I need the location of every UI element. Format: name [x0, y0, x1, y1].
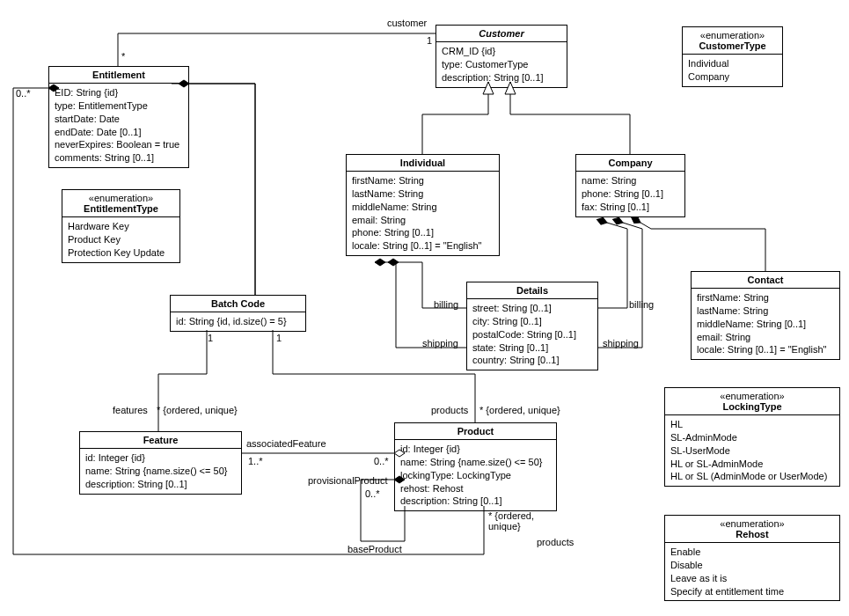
uml-diagram-canvas: Entitlement EID: String {id} type: Entit… [0, 0, 849, 616]
attr: locale: String [0..1] = "English" [697, 343, 834, 356]
class-attributes: firstName: String lastName: String middl… [692, 289, 839, 359]
class-attributes: id: Integer {id} name: String {name.size… [395, 440, 556, 510]
label-billing-2: billing [629, 299, 654, 310]
literal: Product Key [68, 233, 174, 246]
literal: Disable [670, 559, 834, 572]
enum-customer-type: «enumeration»CustomerType Individual Com… [682, 26, 783, 87]
enum-literals: Enable Disable Leave as it is Specify at… [665, 543, 839, 600]
stereotype: «enumeration» [688, 30, 777, 40]
attr: lastName: String [352, 187, 494, 201]
attr: endDate: Date [0..1] [55, 126, 183, 139]
class-attributes: id: Integer {id} name: String {name.size… [80, 449, 241, 494]
class-feature: Feature id: Integer {id} name: String {n… [79, 431, 242, 495]
attr: name: String {name.size() <= 50} [400, 456, 551, 469]
class-title: Contact [748, 275, 784, 285]
stereotype: «enumeration» [670, 518, 834, 529]
label-ent-products-mult: 0..* [16, 88, 31, 99]
literal: HL [670, 418, 834, 431]
attr: postalCode: String [0..1] [472, 328, 592, 341]
attr: street: String [0..1] [472, 302, 592, 315]
attr: country: String [0..1] [472, 354, 592, 367]
class-attributes: street: String [0..1] city: String [0..1… [467, 299, 597, 370]
attr: id: Integer {id} [85, 451, 236, 465]
attr: phone: String [0..1] [352, 226, 494, 239]
class-details: Details street: String [0..1] city: Stri… [466, 282, 598, 370]
label-assoc-feature-star: 0..* [374, 456, 389, 466]
class-attributes: EID: String {id} type: EntitlementType s… [49, 84, 188, 167]
enum-literals: Hardware Key Product Key Protection Key … [62, 217, 179, 262]
label-assoc-feature: associatedFeature [246, 438, 326, 449]
class-title: CustomerType [699, 40, 765, 51]
attr: email: String [697, 331, 834, 344]
attr: state: String [0..1] [472, 341, 592, 355]
class-attributes: CRM_ID {id} type: CustomerType descripti… [436, 42, 567, 87]
attr: name: String [582, 174, 679, 187]
class-title: Individual [400, 158, 445, 168]
label-base-product: baseProduct [348, 544, 402, 554]
attr: CRM_ID {id} [442, 45, 561, 58]
label-products-mult-2: * {ordered, unique} [488, 510, 534, 532]
literal: Individual [688, 57, 777, 70]
attr: firstName: String [352, 174, 494, 187]
label-shipping-2: shipping [603, 338, 639, 348]
attr: neverExpires: Boolean = true [55, 138, 183, 151]
attr: fax: String [0..1] [582, 201, 679, 214]
enum-rehost: «enumeration»Rehost Enable Disable Leave… [664, 515, 840, 601]
class-title: Feature [143, 435, 179, 445]
literal: SL-AdminMode [670, 431, 834, 444]
class-attributes: id: String {id, id.size() = 5} [171, 312, 305, 331]
literal: Protection Key Update [68, 246, 174, 260]
label-products-mult: * {ordered, unique} [479, 405, 560, 415]
attr: comments: String [0..1] [55, 151, 183, 165]
label-features-role: features [113, 405, 148, 415]
class-individual: Individual firstName: String lastName: S… [346, 154, 500, 256]
class-customer: Customer CRM_ID {id} type: CustomerType … [435, 25, 567, 88]
attr: middleName: String [0..1] [697, 318, 834, 331]
label-provisional-product: provisionalProduct [308, 475, 388, 486]
label-batch-1b: 1 [276, 333, 282, 343]
attr: description: String [0..1] [400, 495, 551, 508]
attr: id: String {id, id.size() = 5} [176, 315, 300, 328]
label-customer-mult-1: 1 [427, 35, 432, 46]
literal: Leave as it is [670, 572, 834, 585]
label-billing-1: billing [434, 299, 458, 310]
attr: EID: String {id} [55, 86, 183, 99]
class-company: Company name: String phone: String [0..1… [575, 154, 685, 217]
enum-literals: HL SL-AdminMode SL-UserMode HL or SL-Adm… [665, 415, 839, 486]
attr: type: CustomerType [442, 58, 561, 71]
enum-literals: Individual Company [683, 55, 782, 86]
label-batch-1a: 1 [208, 333, 213, 343]
literal: Specify at entitlement time [670, 585, 834, 598]
class-entitlement: Entitlement EID: String {id} type: Entit… [48, 66, 189, 168]
label-customer-mult-star: * [121, 51, 125, 62]
label-assoc-feature-mult: 1..* [248, 456, 263, 466]
class-title: LockingType [722, 401, 781, 412]
attr: type: EntitlementType [55, 99, 183, 113]
class-title: Customer [479, 28, 523, 39]
class-title: EntitlementType [84, 203, 158, 214]
class-title: Company [608, 158, 652, 168]
attr: description: String [0..1] [85, 478, 236, 491]
literal: HL or SL (AdminMode or UserMode) [670, 470, 834, 483]
class-title: Entitlement [92, 70, 145, 80]
attr: id: Integer {id} [400, 443, 551, 456]
attr: middleName: String [352, 201, 494, 214]
label-products-role: products [431, 405, 468, 415]
attr: phone: String [0..1] [582, 187, 679, 201]
class-title: Rehost [736, 529, 768, 539]
class-batch-code: Batch Code id: String {id, id.size() = 5… [170, 295, 306, 332]
class-product: Product id: Integer {id} name: String {n… [394, 422, 557, 511]
attr: lastName: String [697, 304, 834, 318]
literal: SL-UserMode [670, 444, 834, 458]
stereotype: «enumeration» [68, 193, 174, 203]
attr: description: String [0..1] [442, 71, 561, 84]
class-contact: Contact firstName: String lastName: Stri… [691, 271, 840, 360]
attr: city: String [0..1] [472, 315, 592, 328]
class-attributes: name: String phone: String [0..1] fax: S… [576, 172, 684, 216]
label-customer-role: customer [387, 18, 427, 28]
attr: name: String {name.size() <= 50} [85, 465, 236, 478]
enum-entitlement-type: «enumeration»EntitlementType Hardware Ke… [62, 189, 180, 263]
label-features-mult: * {ordered, unique} [157, 405, 238, 415]
label-provisional-mult: 0..* [365, 488, 380, 499]
attr: rehost: Rehost [400, 482, 551, 495]
